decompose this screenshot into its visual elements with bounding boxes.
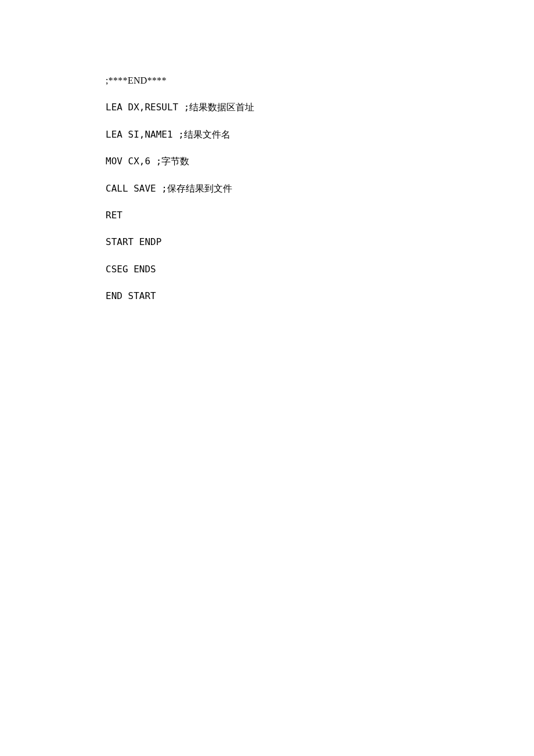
- code-line-2: LEA SI,NAME1 ;结果文件名: [106, 128, 534, 141]
- code-line-4: CALL SAVE ;保存结果到文件: [106, 182, 534, 195]
- code-line-0: ;****END****: [106, 74, 534, 87]
- code-line-1: LEA DX,RESULT ;结果数据区首址: [106, 101, 534, 114]
- code-line-3: MOV CX,6 ;字节数: [106, 155, 534, 168]
- code-line-5: RET: [106, 209, 534, 222]
- code-line-6: START ENDP: [106, 236, 534, 249]
- code-line-7: CSEG ENDS: [106, 263, 534, 276]
- code-line-8: END START: [106, 290, 534, 303]
